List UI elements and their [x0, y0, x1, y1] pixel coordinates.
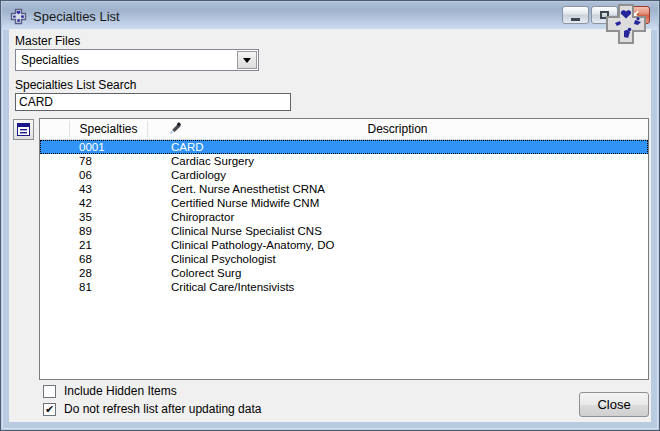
table-row[interactable]: 78Cardiac Surgery	[40, 154, 648, 168]
row-code: 81	[79, 280, 92, 294]
column-header-specialties[interactable]: Specialties	[70, 122, 147, 136]
row-code: 42	[79, 196, 92, 210]
search-input[interactable]: CARD	[15, 93, 291, 111]
medical-cross-logo	[605, 3, 647, 45]
minimize-button[interactable]	[562, 6, 589, 24]
row-code: 0001	[79, 140, 105, 154]
include-hidden-items-checkbox-row[interactable]: Include Hidden Items	[43, 384, 177, 398]
chevron-down-icon	[243, 58, 251, 63]
table-row[interactable]: 43Cert. Nurse Anesthetist CRNA	[40, 182, 648, 196]
table-rows: 0001CARD78Cardiac Surgery06Cardiology43C…	[40, 140, 648, 294]
table-row[interactable]: 42Certified Nurse Midwife CNM	[40, 196, 648, 210]
row-description: Cardiac Surgery	[171, 154, 254, 168]
row-code: 78	[79, 154, 92, 168]
specialties-list-window: Specialties List ✕ Master Files Specialt…	[0, 0, 660, 431]
table-header: Specialties Description	[40, 119, 648, 140]
column-header-description[interactable]: Description	[147, 122, 648, 136]
row-description: Clinical Pathology-Anatomy, DO	[171, 238, 334, 252]
table-row[interactable]: 89Clinical Nurse Specialist CNS	[40, 224, 648, 238]
window-title: Specialties List	[33, 9, 120, 24]
form-view-button[interactable]	[13, 119, 34, 140]
minimize-icon	[571, 18, 580, 21]
table-row[interactable]: 81Critical Care/Intensivists	[40, 280, 648, 294]
row-code: 35	[79, 210, 92, 224]
row-description: Cert. Nurse Anesthetist CRNA	[171, 182, 325, 196]
row-description: Chiropractor	[171, 210, 234, 224]
table-row[interactable]: 28Colorect Surg	[40, 266, 648, 280]
table-row[interactable]: 0001CARD	[40, 140, 648, 154]
row-description: Clinical Nurse Specialist CNS	[171, 224, 322, 238]
close-button[interactable]: Close	[579, 392, 649, 417]
medical-cross-icon	[10, 8, 27, 25]
titlebar[interactable]: Specialties List ✕	[2, 2, 658, 30]
row-code: 89	[79, 224, 92, 238]
master-files-value: Specialties	[16, 53, 237, 67]
row-code: 21	[79, 238, 92, 252]
checkbox-label: Do not refresh list after updating data	[64, 402, 261, 416]
table-row[interactable]: 21Clinical Pathology-Anatomy, DO	[40, 238, 648, 252]
row-description: CARD	[171, 140, 204, 154]
row-description: Critical Care/Intensivists	[171, 280, 294, 294]
row-code: 06	[79, 168, 92, 182]
table-row[interactable]: 06Cardiology	[40, 168, 648, 182]
checkmark-icon: ✔	[45, 404, 54, 415]
checkbox-no-refresh[interactable]: ✔	[43, 403, 56, 416]
row-code: 28	[79, 266, 92, 280]
row-code: 43	[79, 182, 92, 196]
search-label: Specialties List Search	[15, 78, 136, 92]
table-row[interactable]: 68Clinical Psychologist	[40, 252, 648, 266]
master-files-dropdown[interactable]: Specialties	[15, 49, 259, 71]
client-area: Master Files Specialties Specialties Lis…	[9, 29, 651, 422]
row-description: Cardiology	[171, 168, 226, 182]
no-refresh-checkbox-row[interactable]: ✔ Do not refresh list after updating dat…	[43, 402, 261, 416]
row-code: 68	[79, 252, 92, 266]
checkbox-include-hidden[interactable]	[43, 385, 56, 398]
master-files-label: Master Files	[15, 34, 80, 48]
checkbox-label: Include Hidden Items	[64, 384, 177, 398]
specialties-table: Specialties Description 0001CARD78Cardia…	[39, 118, 649, 380]
row-description: Clinical Psychologist	[171, 252, 276, 266]
form-view-icon	[17, 123, 30, 136]
row-description: Colorect Surg	[171, 266, 241, 280]
dropdown-button[interactable]	[237, 51, 257, 69]
row-description: Certified Nurse Midwife CNM	[171, 196, 319, 210]
table-row[interactable]: 35Chiropractor	[40, 210, 648, 224]
